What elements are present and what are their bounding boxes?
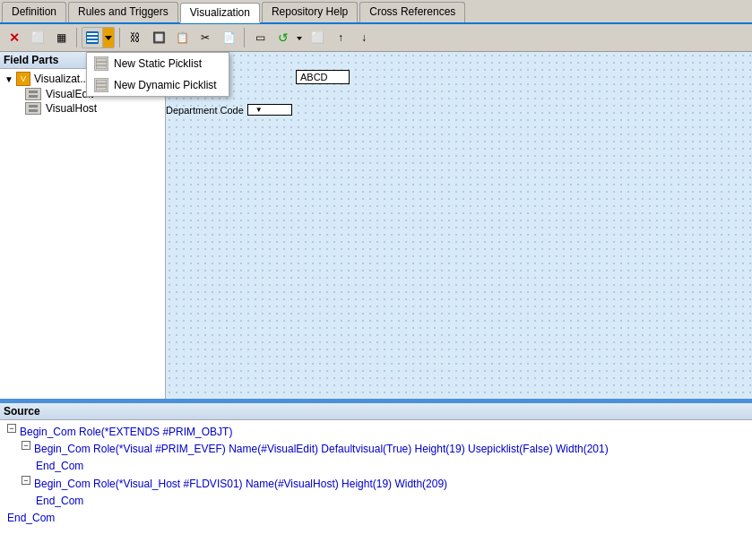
source-line-5: End_Com <box>7 493 745 510</box>
tool-icon-3: 🔲 <box>152 31 166 44</box>
source-line-2: − Begin_Com Role(*Visual #PRIM_EVEF) Nam… <box>7 441 745 458</box>
collapse-btn-1[interactable]: − <box>7 424 16 433</box>
svg-rect-9 <box>96 80 107 90</box>
separator-2 <box>119 28 120 47</box>
tool-icon-4: 📋 <box>176 31 189 44</box>
tool-btn-4[interactable]: 📋 <box>171 27 193 48</box>
grid-button[interactable]: ▦ <box>50 27 72 48</box>
upper-panel: Field Parts ▼ V Visualizat... VisualEdit <box>0 52 752 401</box>
link-button[interactable]: ⛓ <box>125 27 146 48</box>
new-button[interactable]: ⬜ <box>27 27 48 48</box>
separator-1 <box>76 28 77 47</box>
refresh-arrow-button[interactable] <box>294 27 305 48</box>
tab-visualization[interactable]: Visualization <box>180 3 260 23</box>
source-text-2: Begin_Com Role(*Visual #PRIM_EVEF) Name(… <box>34 441 609 458</box>
svg-rect-6 <box>96 58 107 69</box>
arrow-up-button[interactable]: ↑ <box>330 27 351 48</box>
source-line-1: − Begin_Com Role(*EXTENDS #PRIM_OBJT) <box>7 424 745 441</box>
tool-btn-3[interactable]: 🔲 <box>148 27 169 48</box>
source-title: Source <box>0 403 752 420</box>
canvas-area: ABCD Department Code ▼ <box>166 52 752 399</box>
svg-rect-17 <box>29 109 38 112</box>
new-dynamic-picklist-item[interactable]: New Dynamic Picklist <box>87 74 229 96</box>
tab-definition[interactable]: Definition <box>2 2 66 22</box>
tree-item-visualhost[interactable]: VisualHost <box>4 101 161 116</box>
close-icon: ✕ <box>9 30 20 45</box>
visualization-node-icon: V <box>16 72 30 86</box>
visualhost-icon <box>25 102 41 115</box>
visualhost-label: VisualHost <box>46 102 97 115</box>
canvas-field-1-value[interactable]: ABCD <box>296 70 350 84</box>
collapse-btn-4[interactable]: − <box>22 476 30 485</box>
source-content: − Begin_Com Role(*EXTENDS #PRIM_OBJT) − … <box>0 420 752 530</box>
canvas-field-2: Department Code ▼ <box>166 104 292 116</box>
visualedit-icon <box>25 88 41 100</box>
svg-rect-1 <box>87 33 98 35</box>
arrow-down-icon: ↓ <box>361 31 367 44</box>
arrow-up-icon: ↑ <box>338 31 343 44</box>
move-up-button[interactable]: ⬜ <box>307 27 328 48</box>
dropdown-arrow-icon <box>103 28 114 47</box>
refresh-icon: ↺ <box>278 30 289 45</box>
tool-icon-6: 📄 <box>222 31 236 44</box>
grid-icon: ▦ <box>56 31 66 44</box>
toolbar: ✕ ⬜ ▦ ⛓ 🔲 📋 ✂ <box>0 24 752 52</box>
svg-rect-2 <box>87 37 98 39</box>
arrow-down-button[interactable]: ↓ <box>353 27 375 48</box>
new-icon: ⬜ <box>31 31 45 44</box>
dynamic-picklist-icon <box>94 78 108 92</box>
canvas-field-1: ABCD <box>296 70 350 84</box>
tab-rules-triggers[interactable]: Rules and Triggers <box>68 2 178 22</box>
static-picklist-label: New Static Picklist <box>114 57 202 70</box>
source-panel: Source − Begin_Com Role(*EXTENDS #PRIM_O… <box>0 401 752 560</box>
collapse-btn-2[interactable]: − <box>22 441 30 450</box>
svg-rect-16 <box>29 105 38 108</box>
tool-btn-6[interactable]: 📄 <box>218 27 239 48</box>
move-up-icon: ⬜ <box>311 31 324 44</box>
tabs-bar: Definition Rules and Triggers Visualizat… <box>0 0 752 24</box>
refresh-button[interactable]: ↺ <box>272 27 294 48</box>
source-line-4: − Begin_Com Role(*Visual_Host #FLDVIS01)… <box>7 476 745 493</box>
tab-repository-help[interactable]: Repository Help <box>262 2 358 22</box>
separator-3 <box>244 28 245 47</box>
new-static-picklist-item[interactable]: New Static Picklist <box>87 53 229 74</box>
tool-btn-5[interactable]: ✂ <box>194 27 216 48</box>
refresh-group: ↺ <box>272 27 305 48</box>
select-arrow-icon: ▼ <box>255 106 263 114</box>
svg-marker-5 <box>297 37 302 40</box>
close-button[interactable]: ✕ <box>4 27 25 48</box>
canvas-button[interactable]: ▭ <box>249 27 271 48</box>
svg-marker-4 <box>105 36 112 40</box>
picklist-dropdown-button[interactable] <box>82 27 115 48</box>
canvas-field-2-label: Department Code <box>166 105 244 116</box>
link-icon: ⛓ <box>130 31 141 44</box>
canvas-field-2-select[interactable]: ▼ <box>247 104 292 116</box>
static-picklist-icon <box>94 56 108 71</box>
field-parts-panel: Field Parts ▼ V Visualizat... VisualEdit <box>0 52 166 399</box>
refresh-dropdown-icon <box>297 31 302 44</box>
canvas-icon: ▭ <box>255 31 265 44</box>
source-text-3: End_Com <box>36 458 83 475</box>
source-line-6: End_Com <box>7 510 745 527</box>
source-text-5: End_Com <box>36 493 83 510</box>
tab-cross-references[interactable]: Cross References <box>359 2 465 22</box>
source-text-1: Begin_Com Role(*EXTENDS #PRIM_OBJT) <box>20 424 232 441</box>
picklist-dropdown-menu: New Static Picklist New Dynamic Picklist <box>86 52 229 97</box>
source-line-3: End_Com <box>7 458 745 475</box>
picklist-icon <box>82 28 103 47</box>
visualization-node-label: Visualizat... <box>34 73 89 85</box>
expand-icon: ▼ <box>4 74 14 84</box>
svg-rect-3 <box>87 40 98 42</box>
svg-rect-13 <box>29 90 38 93</box>
source-text-4: Begin_Com Role(*Visual_Host #FLDVIS01) N… <box>34 476 447 493</box>
dynamic-picklist-label: New Dynamic Picklist <box>114 79 217 91</box>
source-text-6: End_Com <box>7 510 55 527</box>
tool-icon-5: ✂ <box>201 31 210 44</box>
svg-rect-14 <box>29 95 38 98</box>
